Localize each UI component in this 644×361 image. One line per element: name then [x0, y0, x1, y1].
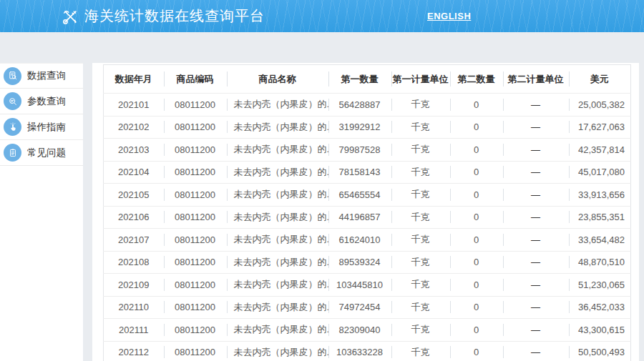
cell-usd: 45,017,080	[569, 161, 631, 184]
table-header: 数据年月 商品编码 商品名称 第一数量 第一计量单位 第二数量 第二计量单位 美…	[104, 65, 631, 94]
cell-unit2: —	[503, 206, 569, 229]
main-panel: 数据年月 商品编码 商品名称 第一数量 第一计量单位 第二数量 第二计量单位 美…	[92, 63, 639, 361]
cell-commodity-code: 08011200	[164, 116, 227, 139]
cell-unit1: 千克	[391, 116, 450, 139]
col-header-unit2: 第二计量单位	[503, 65, 569, 94]
cell-unit1: 千克	[391, 229, 450, 252]
app-header: 海关统计数据在线查询平台 ENGLISH	[0, 0, 644, 32]
cell-commodity-code: 08011200	[164, 229, 227, 252]
cell-unit2: —	[503, 229, 569, 252]
page-title: 海关统计数据在线查询平台	[84, 6, 265, 26]
cell-commodity-name: 未去内壳（内果皮）的...	[227, 116, 328, 139]
cell-unit2: —	[503, 139, 569, 162]
sidebar-item-label: 操作指南	[27, 121, 66, 134]
cell-usd: 17,627,063	[569, 116, 631, 139]
english-link[interactable]: ENGLISH	[427, 11, 471, 21]
cell-commodity-name: 未去内壳（内果皮）的...	[227, 274, 328, 297]
cell-commodity-code: 08011200	[164, 319, 227, 342]
cell-commodity-code: 08011200	[164, 274, 227, 297]
col-header-qty2: 第二数量	[450, 65, 503, 94]
cell-qty1: 82309040	[328, 319, 391, 342]
cell-unit2: —	[503, 184, 569, 207]
sidebar-item-operation-guide[interactable]: 操作指南	[0, 114, 83, 140]
cell-commodity-code: 08011200	[164, 139, 227, 162]
cell-unit2: —	[503, 94, 569, 117]
sidebar-item-data-query[interactable]: 数据查询	[0, 63, 83, 89]
table-row: 20210408011200未去内壳（内果皮）的...78158143千克0—4…	[104, 161, 631, 184]
cell-qty1: 31992912	[328, 116, 391, 139]
table-row: 20210908011200未去内壳（内果皮）的...103445810千克0—…	[104, 274, 631, 297]
cell-usd: 48,870,510	[569, 251, 631, 274]
cell-data-month: 202108	[104, 251, 164, 274]
col-header-commodity-code: 商品编码	[164, 65, 227, 94]
cell-usd: 50,500,493	[569, 341, 631, 361]
cell-unit1: 千克	[391, 319, 450, 342]
cell-commodity-name: 未去内壳（内果皮）的...	[227, 319, 328, 342]
results-table: 数据年月 商品编码 商品名称 第一数量 第一计量单位 第二数量 第二计量单位 美…	[103, 64, 631, 361]
col-header-qty1: 第一数量	[328, 65, 391, 94]
cell-commodity-code: 08011200	[164, 94, 227, 117]
cell-data-month: 202102	[104, 116, 164, 139]
col-header-data-month: 数据年月	[104, 65, 164, 94]
sidebar-item-param-query[interactable]: 参数查询	[0, 89, 83, 114]
sidebar: 数据查询 参数查询 操作指南 常见问题	[0, 63, 83, 361]
table-row: 20210308011200未去内壳（内果皮）的...79987528千克0—4…	[104, 139, 631, 162]
data-query-icon	[4, 67, 21, 85]
cell-unit2: —	[503, 296, 569, 319]
cell-commodity-code: 08011200	[164, 184, 227, 207]
sidebar-item-faq[interactable]: 常见问题	[0, 140, 83, 166]
cell-data-month: 202112	[104, 341, 164, 361]
table-row: 20211008011200未去内壳（内果皮）的...74972454千克0—3…	[104, 296, 631, 319]
cell-data-month: 202104	[104, 161, 164, 184]
cell-commodity-name: 未去内壳（内果皮）的...	[227, 206, 328, 229]
cell-usd: 25,005,382	[569, 94, 631, 117]
table-row: 20210208011200未去内壳（内果皮）的...31992912千克0—1…	[104, 116, 631, 139]
cell-usd: 33,654,482	[569, 229, 631, 252]
cell-unit1: 千克	[391, 341, 450, 361]
cell-unit2: —	[503, 251, 569, 274]
cell-qty2: 0	[450, 94, 503, 117]
col-header-usd: 美元	[569, 65, 631, 94]
customs-emblem-icon	[60, 6, 80, 26]
cell-commodity-name: 未去内壳（内果皮）的...	[227, 251, 328, 274]
table-row: 20210108011200未去内壳（内果皮）的...56428887千克0—2…	[104, 94, 631, 117]
operation-guide-icon	[4, 118, 21, 136]
table-header-row: 数据年月 商品编码 商品名称 第一数量 第一计量单位 第二数量 第二计量单位 美…	[104, 65, 631, 94]
cell-usd: 23,855,351	[569, 206, 631, 229]
cell-data-month: 202110	[104, 296, 164, 319]
cell-qty2: 0	[450, 229, 503, 252]
sidebar-item-label: 参数查询	[27, 95, 66, 108]
cell-qty1: 65465554	[328, 184, 391, 207]
cell-commodity-name: 未去内壳（内果皮）的...	[227, 296, 328, 319]
cell-data-month: 202111	[104, 319, 164, 342]
cell-commodity-name: 未去内壳（内果皮）的...	[227, 341, 328, 361]
cell-data-month: 202109	[104, 274, 164, 297]
table-row: 20210608011200未去内壳（内果皮）的...44196857千克0—2…	[104, 206, 631, 229]
faq-icon	[4, 144, 21, 162]
cell-commodity-code: 08011200	[164, 161, 227, 184]
cell-qty2: 0	[450, 161, 503, 184]
cell-qty1: 74972454	[328, 296, 391, 319]
cell-qty1: 56428887	[328, 94, 391, 117]
cell-unit1: 千克	[391, 139, 450, 162]
cell-unit1: 千克	[391, 184, 450, 207]
cell-usd: 43,300,615	[569, 319, 631, 342]
cell-commodity-code: 08011200	[164, 341, 227, 361]
cell-qty1: 89539324	[328, 251, 391, 274]
table-row: 20211208011200未去内壳（内果皮）的...103633228千克0—…	[104, 341, 631, 361]
cell-unit2: —	[503, 161, 569, 184]
cell-unit1: 千克	[391, 251, 450, 274]
cell-qty2: 0	[450, 296, 503, 319]
cell-usd: 33,913,656	[569, 184, 631, 207]
col-header-commodity-name: 商品名称	[227, 65, 328, 94]
col-header-unit1: 第一计量单位	[391, 65, 450, 94]
cell-unit2: —	[503, 116, 569, 139]
cell-commodity-code: 08011200	[164, 206, 227, 229]
cell-qty2: 0	[450, 274, 503, 297]
cell-unit1: 千克	[391, 94, 450, 117]
cell-qty1: 103445810	[328, 274, 391, 297]
table-row: 20210708011200未去内壳（内果皮）的...61624010千克0—3…	[104, 229, 631, 252]
cell-qty1: 79987528	[328, 139, 391, 162]
cell-data-month: 202101	[104, 94, 164, 117]
cell-unit1: 千克	[391, 161, 450, 184]
